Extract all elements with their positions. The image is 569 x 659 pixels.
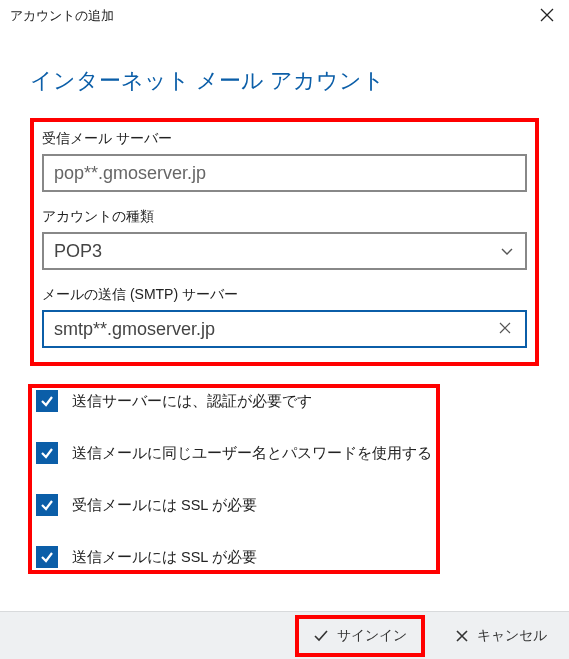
checkbox-list: 送信サーバーには、認証が必要です 送信メールに同じユーザー名とパスワードを使用す…: [30, 384, 539, 578]
titlebar: アカウントの追加: [0, 0, 569, 32]
account-type-select[interactable]: POP3: [42, 232, 527, 270]
checkbox-highlight: 送信サーバーには、認証が必要です 送信メールに同じユーザー名とパスワードを使用す…: [28, 384, 440, 574]
checkbox-incoming-ssl[interactable]: [36, 494, 58, 516]
signin-highlight: サインイン: [295, 615, 425, 657]
cancel-button[interactable]: キャンセル: [443, 621, 559, 651]
incoming-server-group: 受信メール サーバー pop**.gmoserver.jp: [42, 130, 527, 192]
dialog-content: インターネット メール アカウント 受信メール サーバー pop**.gmose…: [0, 32, 569, 578]
check-label-same-cred: 送信メールに同じユーザー名とパスワードを使用する: [72, 444, 432, 463]
clear-icon[interactable]: [495, 320, 515, 338]
check-row-outgoing-ssl: 送信メールには SSL が必要: [36, 546, 432, 568]
incoming-server-label: 受信メール サーバー: [42, 130, 527, 148]
check-row-incoming-ssl: 受信メールには SSL が必要: [36, 494, 432, 516]
signin-label: サインイン: [337, 627, 407, 645]
checkbox-smtp-auth[interactable]: [36, 390, 58, 412]
check-label-incoming-ssl: 受信メールには SSL が必要: [72, 496, 257, 515]
incoming-server-value: pop**.gmoserver.jp: [54, 163, 206, 184]
smtp-server-group: メールの送信 (SMTP) サーバー smtp**.gmoserver.jp: [42, 286, 527, 348]
account-type-group: アカウントの種類 POP3: [42, 208, 527, 270]
check-icon: [313, 628, 329, 644]
checkbox-outgoing-ssl[interactable]: [36, 546, 58, 568]
page-title: インターネット メール アカウント: [30, 66, 539, 96]
smtp-server-input[interactable]: smtp**.gmoserver.jp: [42, 310, 527, 348]
smtp-server-value: smtp**.gmoserver.jp: [54, 319, 215, 340]
cancel-label: キャンセル: [477, 627, 547, 645]
account-type-value: POP3: [54, 241, 102, 262]
incoming-server-input[interactable]: pop**.gmoserver.jp: [42, 154, 527, 192]
check-label-outgoing-ssl: 送信メールには SSL が必要: [72, 548, 257, 567]
check-row-same-cred: 送信メールに同じユーザー名とパスワードを使用する: [36, 442, 432, 464]
chevron-down-icon: [499, 243, 515, 259]
check-label-smtp-auth: 送信サーバーには、認証が必要です: [72, 392, 312, 411]
x-icon: [455, 629, 469, 643]
check-row-smtp-auth: 送信サーバーには、認証が必要です: [36, 390, 432, 412]
account-type-label: アカウントの種類: [42, 208, 527, 226]
close-icon[interactable]: [535, 7, 559, 25]
signin-button[interactable]: サインイン: [301, 621, 419, 651]
checkbox-same-cred[interactable]: [36, 442, 58, 464]
window-title: アカウントの追加: [10, 7, 114, 25]
smtp-server-label: メールの送信 (SMTP) サーバー: [42, 286, 527, 304]
server-fields-highlight: 受信メール サーバー pop**.gmoserver.jp アカウントの種類 P…: [30, 118, 539, 366]
dialog-footer: サインイン キャンセル: [0, 611, 569, 659]
